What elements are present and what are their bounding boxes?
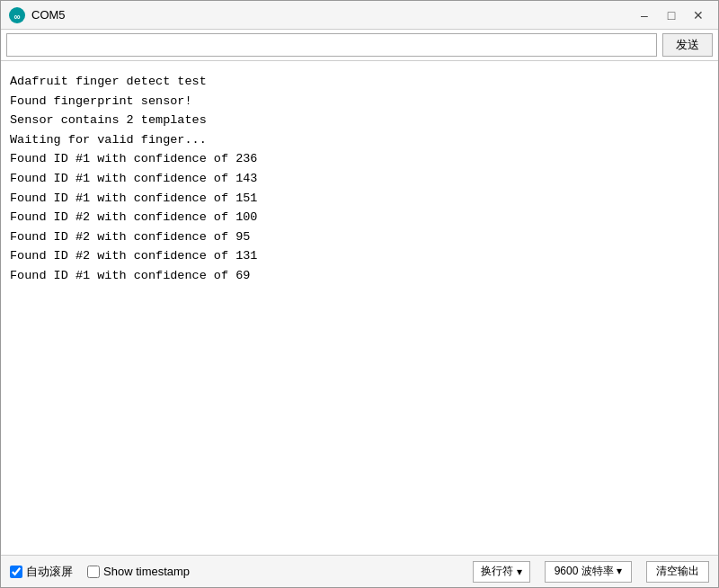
show-timestamp-label[interactable]: Show timestamp	[87, 565, 190, 578]
console-line: Found ID #2 with confidence of 95	[10, 227, 709, 247]
console-line: Found ID #1 with confidence of 236	[10, 149, 709, 169]
show-timestamp-checkbox[interactable]	[87, 566, 100, 578]
maximize-button[interactable]: □	[659, 6, 684, 24]
console-line: Found ID #2 with confidence of 100	[10, 208, 709, 227]
app-icon: ∞	[8, 6, 26, 24]
auto-scroll-text: 自动滚屏	[26, 564, 73, 580]
send-input[interactable]	[6, 33, 657, 57]
console-line: Found ID #2 with confidence of 131	[10, 246, 709, 266]
auto-scroll-label[interactable]: 自动滚屏	[10, 564, 73, 580]
chevron-down-icon: ▾	[517, 566, 522, 578]
console-output: Adafruit finger detect testFound fingerp…	[1, 61, 718, 555]
title-bar: ∞ COM5 – □ ✕	[1, 1, 718, 30]
close-button[interactable]: ✕	[686, 6, 711, 24]
console-line: Found ID #1 with confidence of 143	[10, 169, 709, 189]
clear-output-button[interactable]: 清空输出	[646, 561, 709, 583]
toolbar: 发送	[1, 30, 718, 61]
console-line: Waiting for valid finger...	[10, 130, 709, 150]
minimize-button[interactable]: –	[632, 6, 657, 24]
send-button[interactable]: 发送	[662, 33, 713, 57]
line-ending-dropdown[interactable]: 换行符 ▾	[473, 561, 530, 583]
console-line: Sensor contains 2 templates	[10, 111, 709, 130]
svg-text:∞: ∞	[13, 11, 20, 21]
window-title: COM5	[31, 8, 632, 22]
console-line: Found fingerprint sensor!	[10, 92, 709, 111]
baud-rate-dropdown[interactable]: 9600 波特率 ▾	[545, 561, 632, 583]
show-timestamp-text: Show timestamp	[103, 565, 190, 578]
main-window: ∞ COM5 – □ ✕ 发送 Adafruit finger detect t…	[0, 0, 719, 588]
status-bar: 自动滚屏 Show timestamp 换行符 ▾ 9600 波特率 ▾ 清空输…	[1, 555, 718, 587]
auto-scroll-checkbox[interactable]	[10, 566, 22, 578]
console-line: Found ID #1 with confidence of 69	[10, 266, 709, 286]
console-line: Found ID #1 with confidence of 151	[10, 189, 709, 209]
console-line: Adafruit finger detect test	[10, 72, 709, 92]
window-controls: – □ ✕	[632, 6, 711, 24]
chevron-down-icon: ▾	[617, 565, 622, 577]
